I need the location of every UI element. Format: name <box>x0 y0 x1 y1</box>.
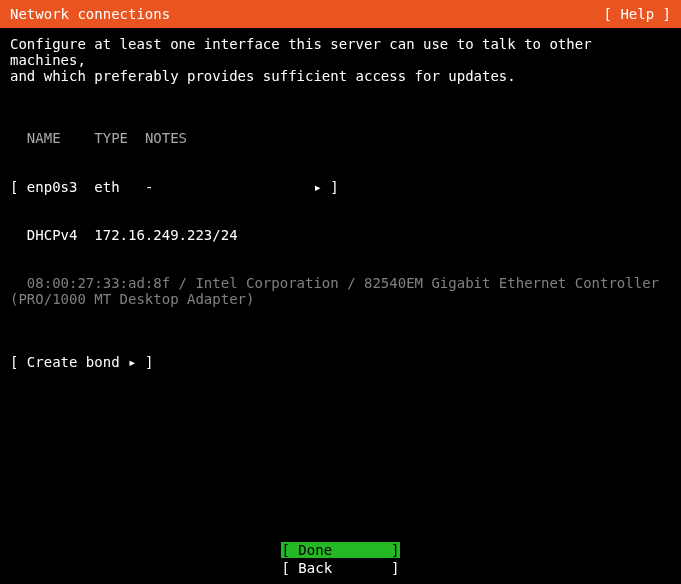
dhcp-row: DHCPv4 172.16.249.223/24 <box>10 227 671 243</box>
col-notes: NOTES <box>145 130 187 146</box>
hardware-detail: 08:00:27:33:ad:8f / Intel Corporation / … <box>10 275 671 307</box>
chevron-right-icon: ▸ <box>313 179 321 195</box>
iface-type: eth <box>94 179 119 195</box>
footer-buttons: [ Done ] [ Back ] <box>0 542 681 576</box>
help-button[interactable]: [ Help ] <box>604 6 671 22</box>
dhcp-ip: 172.16.249.223/24 <box>94 227 237 243</box>
instructions-text: Configure at least one interface this se… <box>10 36 671 84</box>
iface-name: enp0s3 <box>27 179 78 195</box>
header-bar: Network connections [ Help ] <box>0 0 681 28</box>
col-name: NAME <box>27 130 61 146</box>
iface-notes: - <box>145 179 153 195</box>
create-bond-button[interactable]: [ Create bond ▸ ] <box>10 354 671 370</box>
interface-table: NAME TYPE NOTES [ enp0s3 eth - ▸ ] DHCPv… <box>10 98 671 339</box>
bracket-open: [ <box>10 354 27 370</box>
create-bond-label: Create bond <box>27 354 120 370</box>
bracket-open: [ <box>10 179 27 195</box>
interface-row-enp0s3[interactable]: [ enp0s3 eth - ▸ ] <box>10 179 671 195</box>
bracket-close: ] <box>322 179 339 195</box>
dhcp-label: DHCPv4 <box>27 227 78 243</box>
done-button[interactable]: [ Done ] <box>281 542 399 558</box>
table-header: NAME TYPE NOTES <box>10 130 671 146</box>
page-title: Network connections <box>10 6 170 22</box>
content-area: Configure at least one interface this se… <box>0 28 681 370</box>
col-type: TYPE <box>94 130 128 146</box>
bracket-close: ] <box>136 354 153 370</box>
back-button[interactable]: [ Back ] <box>281 560 399 576</box>
